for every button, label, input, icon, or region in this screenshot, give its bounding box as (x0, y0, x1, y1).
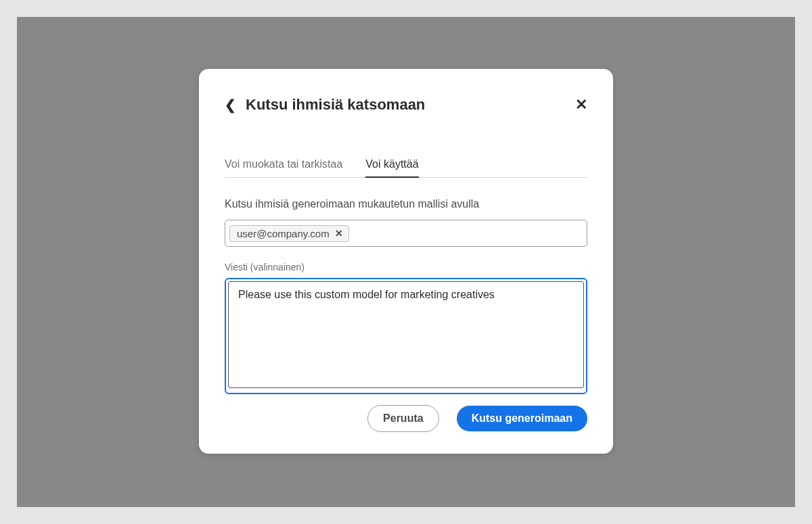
remove-chip-icon[interactable]: ✕ (335, 229, 343, 238)
invite-description: Kutsu ihmisiä generoimaan mukautetun mal… (225, 198, 587, 210)
back-icon[interactable]: ❮ (225, 98, 236, 112)
header-left: ❮ Kutsu ihmisiä katsomaan (225, 96, 425, 114)
tabs: Voi muokata tai tarkistaa Voi käyttää (225, 151, 587, 178)
cancel-button[interactable]: Peruuta (367, 405, 439, 432)
email-input[interactable]: user@company.com ✕ (225, 220, 587, 247)
close-icon[interactable]: ✕ (575, 97, 587, 112)
message-label: Viesti (valinnainen) (225, 262, 587, 272)
email-chip-text: user@company.com (237, 228, 330, 239)
modal-footer: Peruuta Kutsu generoimaan (225, 405, 587, 432)
email-chip: user@company.com ✕ (229, 225, 349, 242)
tab-can-use[interactable]: Voi käyttää (365, 151, 418, 177)
modal-header: ❮ Kutsu ihmisiä katsomaan ✕ (225, 96, 587, 114)
message-textarea[interactable] (228, 281, 584, 388)
modal-title: Kutsu ihmisiä katsomaan (246, 96, 425, 114)
invite-modal: ❮ Kutsu ihmisiä katsomaan ✕ Voi muokata … (199, 69, 613, 454)
invite-button[interactable]: Kutsu generoimaan (457, 406, 587, 431)
modal-overlay: ❮ Kutsu ihmisiä katsomaan ✕ Voi muokata … (17, 17, 795, 507)
message-field-focus-ring (225, 278, 587, 394)
tab-edit-review[interactable]: Voi muokata tai tarkistaa (225, 151, 342, 177)
